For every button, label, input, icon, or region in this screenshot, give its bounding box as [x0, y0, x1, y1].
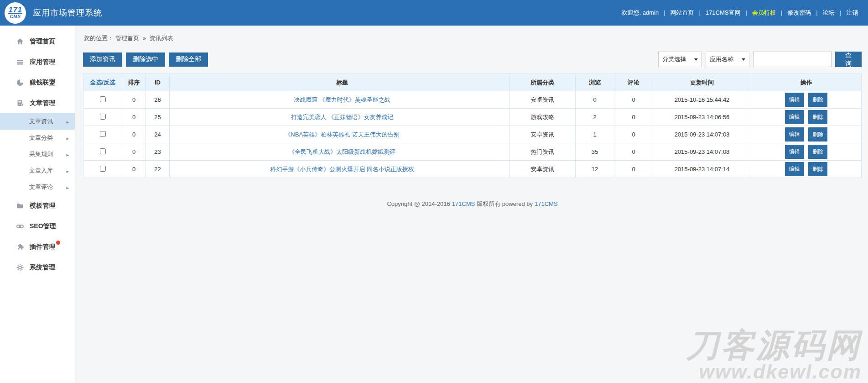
footer-171cms-link[interactable]: 171CMS	[452, 200, 475, 207]
cell-id: 24	[146, 126, 170, 143]
cell-sort: 0	[122, 109, 146, 126]
nav-member-privilege-link[interactable]: 会员特权	[752, 9, 787, 17]
breadcrumb: 您的位置：管理首页 » 资讯列表	[83, 26, 862, 47]
edit-button[interactable]: 编辑	[785, 145, 804, 159]
cell-sort: 0	[122, 126, 146, 143]
copyright-text: 版权所有 powered by	[477, 200, 533, 207]
cell-category: 安卓资讯	[509, 161, 576, 178]
row-checkbox[interactable]	[100, 131, 106, 137]
delete-button[interactable]: 删除	[808, 145, 827, 159]
delete-button[interactable]: 删除	[808, 162, 827, 176]
sidebar-item-template-management[interactable]: 模板管理	[0, 195, 75, 216]
edit-button[interactable]: 编辑	[785, 127, 804, 142]
toolbar: 添加资讯 删除选中 删除全部 分类选择 应用名称 查 询	[83, 52, 862, 67]
sidebar-item-seo-management[interactable]: SEO管理	[0, 216, 75, 236]
news-title-link[interactable]: 打造完美恋人 《正妹物语》女友养成记	[291, 114, 394, 121]
cell-comments: 0	[614, 109, 653, 126]
table-row: 0 23 《全民飞机大战》太阳级新战机嫦娥测评 热门资讯 35 0 2015-0…	[83, 143, 862, 161]
row-checkbox[interactable]	[100, 148, 106, 154]
delete-all-button[interactable]: 删除全部	[169, 52, 208, 67]
sidebar-item-label: 模板管理	[30, 202, 55, 210]
nav-site-home-link[interactable]: 网站首页	[670, 9, 705, 17]
delete-button[interactable]: 删除	[808, 93, 827, 107]
logo-text-171: 171	[8, 6, 23, 14]
sidebar-subitem-article-comments[interactable]: 文章评论	[0, 179, 75, 195]
notification-dot	[56, 241, 60, 245]
news-title-link[interactable]: 科幻手游《小兵传奇》公测火爆开启 同名小说正版授权	[270, 166, 414, 173]
cell-updated: 2015-09-23 14:07:08	[653, 143, 751, 161]
welcome-admin-text: 欢迎您, admin	[621, 9, 670, 17]
cell-updated: 2015-09-23 14:06:56	[653, 109, 751, 126]
link-icon	[16, 223, 24, 230]
sidebar-item-label: 插件管理	[30, 243, 55, 250]
select-all-toggle[interactable]: 全选/反选	[90, 79, 115, 86]
sidebar-item-app-management[interactable]: 应用管理	[0, 52, 75, 72]
query-button[interactable]: 查 询	[835, 52, 862, 67]
row-checkbox[interactable]	[100, 114, 106, 120]
cell-comments: 0	[614, 91, 653, 109]
breadcrumb-separator: »	[143, 35, 146, 42]
nav-change-password-link[interactable]: 修改密码	[787, 9, 822, 17]
edit-button[interactable]: 编辑	[785, 110, 804, 124]
news-table: 全选/反选 排序 ID 标题 所属分类 浏览 评论 更新时间 操作 0 26 决…	[83, 73, 862, 178]
add-news-button[interactable]: 添加资讯	[83, 52, 122, 67]
chevron-right-icon	[66, 184, 69, 191]
sidebar-subitem-label: 采集规则	[29, 150, 53, 158]
app-title: 应用市场管理系统	[33, 7, 102, 18]
cell-views: 35	[576, 143, 614, 161]
copyright-text: Copyright @ 2014-2016	[387, 200, 450, 207]
sidebar-subitem-label: 文章评论	[29, 183, 53, 191]
sidebar-item-earning-alliance[interactable]: 赚钱联盟	[0, 72, 75, 93]
sidebar-subitem-article-news[interactable]: 文章资讯	[0, 113, 75, 130]
table-row: 0 26 决战魔窟 《魔力时代》英魂圣能之战 安卓资讯 0 0 2015-10-…	[83, 91, 862, 109]
sidebar-item-label: 赚钱联盟	[30, 79, 55, 87]
search-input[interactable]	[753, 52, 832, 67]
cell-sort: 0	[122, 91, 146, 109]
nav-logout-link[interactable]: 注销	[846, 9, 858, 17]
category-filter-select[interactable]: 分类选择	[658, 52, 702, 67]
nav-forum-link[interactable]: 论坛	[823, 9, 846, 17]
sidebar-subitem-article-category[interactable]: 文章分类	[0, 130, 75, 146]
news-title-link[interactable]: 《全民飞机大战》太阳级新战机嫦娥测评	[289, 148, 395, 155]
dropdown-arrow-icon	[742, 58, 745, 61]
sidebar-subitem-label: 文章入库	[29, 167, 53, 175]
table-row: 0 24 《NBA英雄》柏林英雄礼 诺天王伟大的告别 安卓资讯 1 0 2015…	[83, 126, 862, 143]
delete-button[interactable]: 删除	[808, 127, 827, 142]
edit-button[interactable]: 编辑	[785, 93, 804, 107]
sidebar-item-plugin-management[interactable]: 插件管理	[0, 236, 75, 257]
sidebar-item-dashboard[interactable]: 管理首页	[0, 31, 75, 52]
edit-button[interactable]: 编辑	[785, 162, 804, 176]
sidebar-subitem-collection-rules[interactable]: 采集规则	[0, 146, 75, 163]
row-checkbox[interactable]	[100, 166, 106, 172]
column-header-actions: 操作	[751, 74, 862, 91]
footer-powered-by-link[interactable]: 171CMS	[535, 200, 558, 207]
delete-selected-button[interactable]: 删除选中	[126, 52, 165, 67]
row-checkbox[interactable]	[100, 96, 106, 102]
sidebar-subitem-article-storage[interactable]: 文章入库	[0, 163, 75, 179]
cell-updated: 2015-09-23 14:07:14	[653, 161, 751, 178]
app-name-filter-select[interactable]: 应用名称	[706, 52, 749, 67]
cell-category: 安卓资讯	[509, 91, 576, 109]
logo-text-cms: CMS	[10, 14, 21, 19]
news-title-link[interactable]: 《NBA英雄》柏林英雄礼 诺天王伟大的告别	[285, 131, 399, 138]
breadcrumb-current: 资讯列表	[149, 35, 173, 42]
sidebar-item-system-management[interactable]: 系统管理	[0, 257, 75, 278]
sidebar-item-article-management[interactable]: 文章管理	[0, 93, 75, 113]
news-title-link[interactable]: 决战魔窟 《魔力时代》英魂圣能之战	[294, 96, 390, 103]
delete-button[interactable]: 删除	[808, 110, 827, 124]
breadcrumb-home-link[interactable]: 管理首页	[115, 35, 139, 42]
cell-updated: 2015-09-23 14:07:03	[653, 126, 751, 143]
table-row: 0 22 科幻手游《小兵传奇》公测火爆开启 同名小说正版授权 安卓资讯 12 0…	[83, 161, 862, 178]
folder-icon	[16, 202, 24, 210]
table-header-row: 全选/反选 排序 ID 标题 所属分类 浏览 评论 更新时间 操作	[83, 74, 862, 91]
column-header-title: 标题	[170, 74, 509, 91]
sidebar-subitem-label: 文章资讯	[29, 117, 53, 126]
column-header-updated: 更新时间	[653, 74, 751, 91]
category-filter-value: 分类选择	[662, 55, 686, 63]
cell-id: 25	[146, 109, 170, 126]
cell-sort: 0	[122, 161, 146, 178]
cell-category: 热门资讯	[509, 143, 576, 161]
nav-official-site-link[interactable]: 171CMS官网	[706, 9, 752, 17]
footer-copyright: Copyright @ 2014-2016171CMS版权所有 powered …	[83, 200, 862, 208]
dropdown-arrow-icon	[694, 58, 698, 61]
